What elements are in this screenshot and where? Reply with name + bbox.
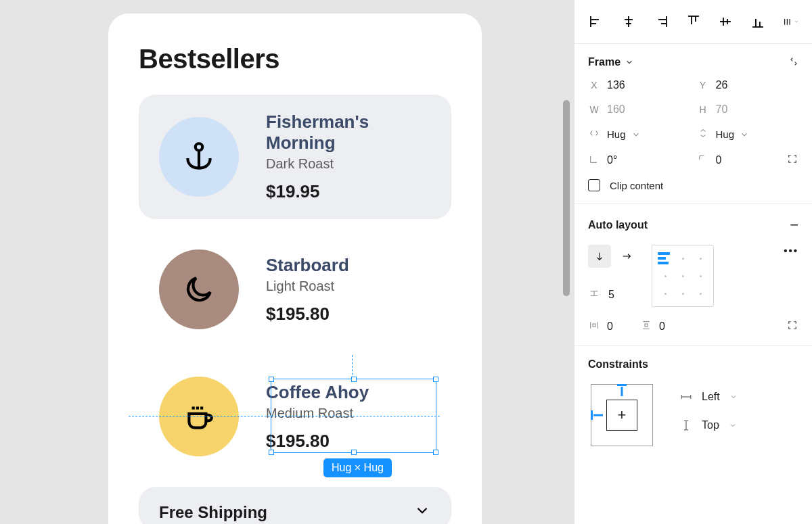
- rotation-field[interactable]: 0°: [588, 153, 690, 167]
- y-field[interactable]: Y26: [697, 79, 799, 91]
- constraints-section: Constraints + Left Top: [574, 346, 812, 458]
- artboard-bestsellers[interactable]: Bestsellers Fisherman's Morning Dark Roa…: [108, 14, 482, 524]
- product-price: $195.80: [266, 304, 349, 325]
- properties-panel: Frame X136 Y26 W160 H70 Hug Hug 0° 0: [574, 0, 812, 524]
- align-left-button[interactable]: [588, 15, 604, 28]
- chevron-down-icon: [631, 130, 641, 139]
- scrollbar-thumb[interactable]: [563, 100, 570, 296]
- free-shipping-row[interactable]: Free Shipping: [139, 487, 451, 524]
- collapse-icon[interactable]: [789, 57, 798, 68]
- align-bottom-button[interactable]: [750, 15, 766, 28]
- x-field[interactable]: X136: [588, 79, 690, 91]
- moon-icon: [159, 249, 239, 329]
- gap-field[interactable]: 5: [588, 288, 638, 301]
- angle-icon: [589, 153, 600, 164]
- alignment-toolbar: [574, 0, 812, 44]
- align-vcenter-button[interactable]: [717, 15, 734, 28]
- product-price: $195.80: [266, 431, 369, 452]
- pad-v-icon: [641, 320, 652, 331]
- independent-padding-icon[interactable]: [786, 319, 798, 333]
- pad-h-field[interactable]: 0: [588, 320, 613, 333]
- alignment-box[interactable]: [652, 245, 714, 307]
- svg-rect-36: [645, 324, 648, 327]
- w-field[interactable]: W160: [588, 103, 690, 116]
- constraint-h-icon: [680, 391, 692, 403]
- svg-rect-33: [593, 324, 595, 327]
- hug-h-icon: [589, 128, 600, 139]
- corner-radius-icon: [698, 153, 708, 164]
- independent-corners-icon[interactable]: [786, 153, 798, 167]
- constraints-title: Constraints: [588, 358, 648, 371]
- chevron-down-icon: [740, 130, 749, 139]
- product-name: Starboard: [266, 255, 349, 276]
- autolayout-section: Auto layout − 5 •••: [574, 204, 812, 346]
- alignment-guide-h: [129, 416, 440, 416]
- selection-size-badge: Hug × Hug: [323, 458, 392, 477]
- gap-icon: [589, 288, 600, 299]
- chevron-down-icon: [729, 419, 737, 431]
- remove-autolayout-button[interactable]: −: [790, 216, 798, 234]
- constraint-v[interactable]: Top: [680, 419, 738, 431]
- alignment-guide-v: [352, 355, 353, 382]
- radius-field[interactable]: 0: [697, 153, 799, 167]
- h-field[interactable]: H70: [697, 103, 799, 116]
- pad-v-field[interactable]: 0: [640, 320, 665, 333]
- product-card[interactable]: Starboard Light Roast $195.80: [139, 233, 451, 346]
- product-sub: Light Roast: [266, 279, 349, 294]
- product-sub: Dark Roast: [266, 156, 431, 172]
- direction-vertical-button[interactable]: [588, 245, 611, 268]
- w-mode[interactable]: Hug: [588, 128, 690, 141]
- align-top-button[interactable]: [685, 15, 702, 28]
- product-name: Fisherman's Morning: [266, 112, 431, 153]
- anchor-icon: [159, 117, 239, 197]
- pad-h-icon: [589, 320, 600, 331]
- h-mode[interactable]: Hug: [697, 128, 799, 141]
- constraint-h[interactable]: Left: [680, 391, 738, 403]
- product-sub: Medium Roast: [266, 406, 369, 421]
- chevron-down-icon: [413, 502, 431, 523]
- design-canvas[interactable]: Bestsellers Fisherman's Morning Dark Roa…: [0, 0, 574, 524]
- product-card[interactable]: Fisherman's Morning Dark Roast $19.95: [139, 95, 451, 219]
- direction-horizontal-button[interactable]: [615, 245, 638, 268]
- product-card[interactable]: Coffee Ahoy Medium Roast $195.80: [139, 360, 451, 473]
- page-title: Bestsellers: [139, 44, 451, 74]
- checkbox-icon[interactable]: [588, 179, 600, 191]
- chevron-down-icon: [625, 57, 634, 67]
- clip-content-toggle[interactable]: Clip content: [588, 179, 798, 191]
- constraints-box[interactable]: +: [591, 384, 653, 446]
- distribute-button[interactable]: [782, 15, 798, 28]
- svg-point-0: [196, 143, 202, 150]
- autolayout-title: Auto layout: [588, 219, 648, 231]
- hug-v-icon: [698, 128, 708, 139]
- free-shipping-label: Free Shipping: [159, 503, 267, 522]
- frame-section-title[interactable]: Frame: [588, 56, 634, 68]
- align-hcenter-button[interactable]: [621, 15, 637, 28]
- constraint-v-icon: [680, 419, 692, 431]
- chevron-down-icon: [729, 391, 738, 403]
- product-price: $19.95: [266, 181, 431, 202]
- frame-section: Frame X136 Y26 W160 H70 Hug Hug 0° 0: [574, 44, 812, 204]
- more-options-button[interactable]: •••: [727, 245, 798, 256]
- product-name: Coffee Ahoy: [266, 382, 369, 403]
- coffee-icon: [159, 377, 239, 456]
- align-right-button[interactable]: [653, 15, 669, 28]
